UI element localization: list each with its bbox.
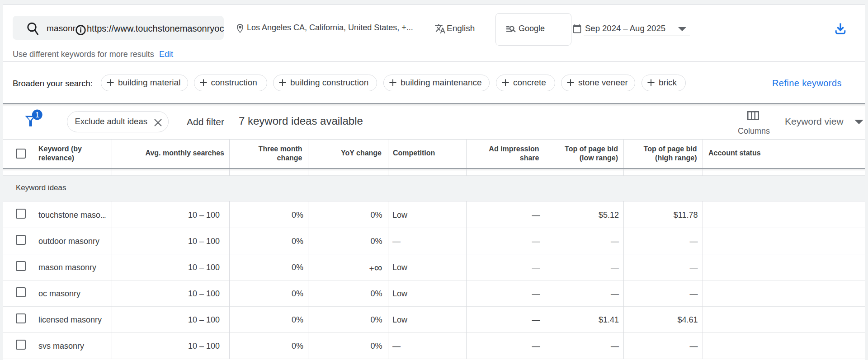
svg-text:1: 1: [35, 111, 39, 119]
